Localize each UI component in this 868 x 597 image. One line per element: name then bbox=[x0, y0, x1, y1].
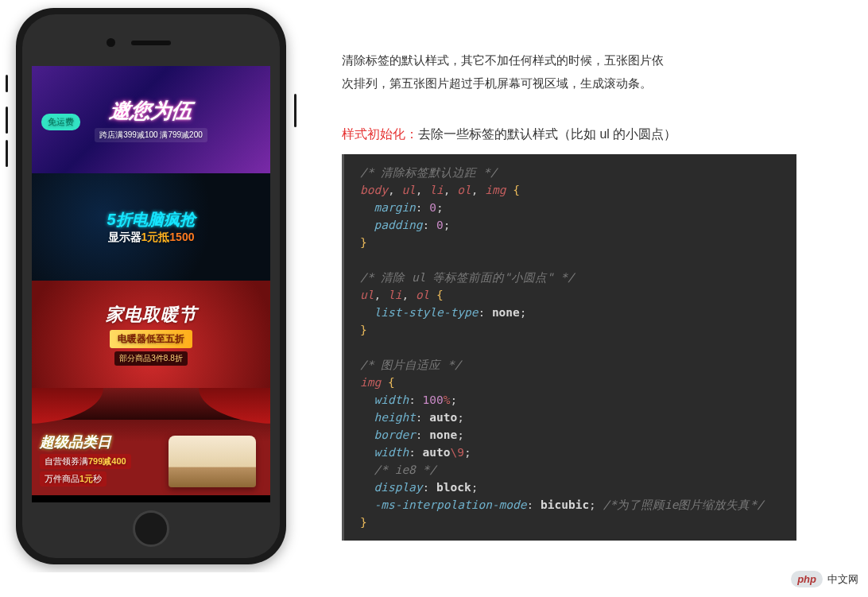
banner1-promo: 跨店满399减100 满799减200 bbox=[95, 128, 207, 142]
watermark: php 中文网 bbox=[791, 571, 858, 572]
phone-mockup: 免运费 邀您为伍 跨店满399减100 满799减200 5折电脑疯抢 显示器1… bbox=[8, 8, 294, 564]
banner3-bar: 电暖器低至五折 bbox=[110, 330, 192, 348]
description-text: 清除标签的默认样式，其它不加任何样式的时候，五张图片依 次排列，第五张图片超过手… bbox=[342, 49, 796, 95]
phone-screen[interactable]: 免运费 邀您为伍 跨店满399减100 满799减200 5折电脑疯抢 显示器1… bbox=[32, 66, 270, 502]
home-button bbox=[133, 510, 169, 547]
banner3-chip: 部分商品3件8.8折 bbox=[114, 351, 187, 366]
watermark-logo: php bbox=[791, 571, 823, 572]
banner1-title: 邀您为伍 bbox=[108, 97, 194, 125]
banner4-title: 超级品类日 bbox=[40, 432, 131, 452]
banner-3: 家电取暖节 电暖器低至五折 部分商品3件8.8折 bbox=[32, 281, 270, 388]
banner1-badge: 免运费 bbox=[41, 114, 80, 130]
subheading: 样式初始化：去除一些标签的默认样式（比如 ul 的小圆点） bbox=[342, 126, 796, 143]
banner4-bar2: 万件商品1元秒 bbox=[40, 471, 107, 487]
watermark-text: 中文网 bbox=[827, 572, 858, 573]
banner-4: 超级品类日 自营领券满799减400 万件商品1元秒 bbox=[32, 388, 270, 495]
banner4-bar: 自营领券满799减400 bbox=[40, 454, 131, 469]
banner-1: 免运费 邀您为伍 跨店满399减100 满799减200 bbox=[32, 66, 270, 173]
banner3-title: 家电取暖节 bbox=[106, 303, 197, 327]
banner2-sub: 显示器1元抵1500 bbox=[108, 231, 195, 245]
banner2-title: 5折电脑疯抢 bbox=[107, 209, 195, 231]
code-block: /* 清除标签默认边距 */ body, ul, li, ol, img { m… bbox=[342, 154, 796, 541]
banner-2: 5折电脑疯抢 显示器1元抵1500 bbox=[32, 173, 270, 281]
